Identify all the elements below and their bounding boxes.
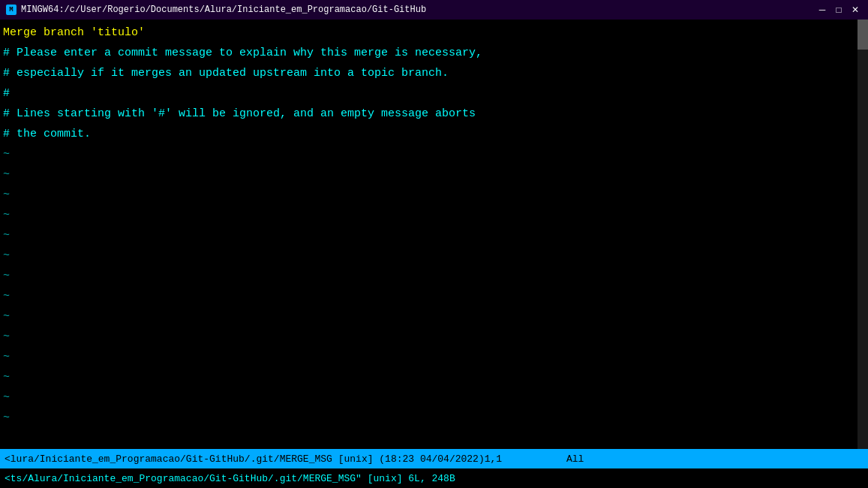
editor-line: # the commit. xyxy=(3,124,868,144)
scrollbar-thumb[interactable] xyxy=(857,20,868,50)
status-bar-1: <lura/Iniciante_em_Programacao/Git-GitHu… xyxy=(0,449,868,468)
title-bar-left: M MINGW64:/c/User/Rogerio/Documents/Alur… xyxy=(6,5,426,15)
editor-line: ~ xyxy=(3,347,868,367)
close-button[interactable]: ✕ xyxy=(848,3,862,17)
editor-area[interactable]: Merge branch 'titulo'# Please enter a co… xyxy=(0,20,868,449)
window-controls: ─ □ ✕ xyxy=(815,3,862,17)
editor-line: ~ xyxy=(3,266,868,286)
editor-line: ~ xyxy=(3,144,868,164)
editor-line: ~ xyxy=(3,246,868,266)
editor-line: # Lines starting with '#' will be ignore… xyxy=(3,104,868,124)
minimize-button[interactable]: ─ xyxy=(815,3,829,17)
editor-line: # Please enter a commit message to expla… xyxy=(3,43,868,63)
editor-line: ~ xyxy=(3,185,868,205)
editor-line: ~ xyxy=(3,286,868,306)
editor-line: ~ xyxy=(3,225,868,246)
editor-line: ~ xyxy=(3,205,868,225)
editor-line: ~ xyxy=(3,408,868,428)
editor-line: ~ xyxy=(3,164,868,185)
app-icon: M xyxy=(6,5,17,15)
maximize-button[interactable]: □ xyxy=(832,3,845,17)
window-title: MINGW64:/c/User/Rogerio/Documents/Alura/… xyxy=(21,5,426,15)
editor-line: ~ xyxy=(3,367,868,387)
editor-line: # especially if it merges an updated ups… xyxy=(3,63,868,83)
editor-line: ~ xyxy=(3,387,868,408)
editor-line: # xyxy=(3,83,868,104)
editor-line: ~ xyxy=(3,327,868,347)
status-bar-2: <ts/Alura/Iniciante_em_Programacao/Git-G… xyxy=(0,468,868,488)
editor-line: Merge branch 'titulo' xyxy=(3,23,868,43)
scrollbar[interactable] xyxy=(857,20,868,449)
bottom-bars: <lura/Iniciante_em_Programacao/Git-GitHu… xyxy=(0,449,868,488)
editor-line: ~ xyxy=(3,306,868,327)
title-bar: M MINGW64:/c/User/Rogerio/Documents/Alur… xyxy=(0,0,868,20)
